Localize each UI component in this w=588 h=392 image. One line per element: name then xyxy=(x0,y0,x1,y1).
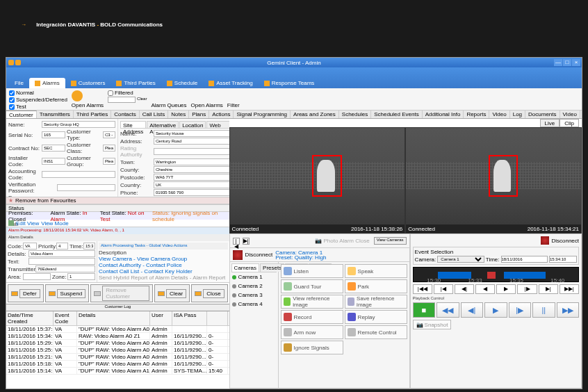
timeline[interactable]: 15:3015:3315:3515:40 xyxy=(413,267,579,282)
subtab-plans[interactable]: Plans xyxy=(189,111,209,118)
subtab-video[interactable]: Video xyxy=(489,111,509,118)
play-button[interactable]: ▶▶ xyxy=(557,302,579,318)
camera-item[interactable]: Camera 1 xyxy=(231,272,277,281)
ribbon-tab-schedule[interactable]: Schedule xyxy=(161,78,203,88)
postcode-field[interactable] xyxy=(154,174,229,181)
live-tab[interactable]: Live xyxy=(540,119,560,127)
task-contact-authority[interactable]: Contact Authority - Contact Police xyxy=(99,262,228,268)
guard-tour-button[interactable]: Guard Tour xyxy=(281,279,343,293)
view-cameras-button[interactable]: View Cameras xyxy=(374,237,407,245)
speak-button[interactable]: Speak xyxy=(345,264,407,278)
prev-frame-button[interactable]: |◀ xyxy=(233,238,240,245)
subtab-documents[interactable]: Documents xyxy=(525,111,560,118)
ignore-signals-button[interactable]: Ignore Signals xyxy=(281,341,343,354)
subtab-contacts[interactable]: Contacts xyxy=(111,111,140,118)
close-alarm-button[interactable]: Close xyxy=(191,284,227,302)
log-col-header[interactable]: ISA Pass xyxy=(172,311,207,325)
nav-button[interactable]: |◀ xyxy=(434,284,453,294)
transmitter-field[interactable] xyxy=(35,266,95,272)
subtab-areas-and-zones[interactable]: Areas and Zones xyxy=(291,111,339,118)
log-row[interactable]: 18/11/2016 15:18:15VA"DUP" RAW: Video Al… xyxy=(6,361,229,368)
pb-cam-select[interactable]: Camera 1 xyxy=(437,256,484,263)
filter-normal[interactable]: Normal xyxy=(9,90,67,96)
edit-view-button[interactable]: Edit View xyxy=(16,220,39,227)
listen-button[interactable]: Listen xyxy=(281,264,343,278)
priority-field[interactable] xyxy=(56,243,68,250)
subtab-reports[interactable]: Reports xyxy=(464,111,489,118)
task-contact-call-list[interactable]: Contact Call List - Contact Key Holder xyxy=(99,268,228,275)
ribbon-tab-response-teams[interactable]: Response Teams xyxy=(259,78,320,88)
clear-button[interactable]: Clear xyxy=(154,284,190,302)
cclass-field[interactable] xyxy=(103,145,115,152)
acct-field[interactable] xyxy=(42,171,115,178)
log-row[interactable]: 18/11/2016 15:25:40VA"DUP" RAW: Video Al… xyxy=(6,347,229,354)
addr-tab[interactable]: Location Details xyxy=(179,121,206,128)
ribbon-file[interactable]: File xyxy=(9,78,29,88)
code-field[interactable] xyxy=(23,243,37,250)
play-button[interactable]: || xyxy=(532,302,555,318)
remote-control-button[interactable]: Remote Control xyxy=(345,325,407,339)
filter-filtered[interactable]: Filtered xyxy=(108,90,147,96)
maximize-button[interactable]: □ xyxy=(563,59,571,66)
arm-now-button[interactable]: Arm now xyxy=(281,325,343,339)
log-row[interactable]: 18/11/2016 15:14:18VA"DUP" RAW: Video Al… xyxy=(6,368,229,375)
subtab-schedules[interactable]: Schedules xyxy=(339,111,371,118)
time-field[interactable] xyxy=(83,243,95,250)
cgroup-field[interactable] xyxy=(103,158,115,165)
details-field[interactable] xyxy=(28,250,95,257)
area-field[interactable] xyxy=(23,273,51,280)
ribbon-tab-third-parties[interactable]: Third Parties xyxy=(111,78,161,88)
subtab-customer[interactable]: Customer xyxy=(6,111,37,118)
subtab-signal-programming[interactable]: Signal Programming xyxy=(234,111,290,118)
play-button[interactable]: ◀| xyxy=(461,302,483,318)
filter-input[interactable] xyxy=(108,97,136,103)
serial-field[interactable] xyxy=(42,131,65,138)
camera-item[interactable]: Camera 3 xyxy=(231,291,277,300)
log-row[interactable]: 18/11/2016 15:37:37VA"DUP" RAW: Video Al… xyxy=(6,326,229,333)
nav-button[interactable]: |◀◀ xyxy=(413,284,432,294)
log-col-header[interactable]: Date/Time Created xyxy=(6,311,54,325)
town-field[interactable] xyxy=(154,158,229,165)
view-mode-button[interactable]: View Mode xyxy=(41,220,68,227)
camera-item[interactable]: Camera 4 xyxy=(231,300,277,309)
subtab-video[interactable]: Video xyxy=(560,111,580,118)
ribbon-tab-customers[interactable]: Customers xyxy=(65,78,111,88)
play-button[interactable]: ■ xyxy=(413,302,435,318)
text-field[interactable] xyxy=(28,258,95,265)
play-button[interactable]: |▶ xyxy=(509,302,531,318)
video-pane-clip[interactable]: Connected2016-11-18 15:34:21 xyxy=(405,127,582,234)
addr-tab[interactable]: Site Address xyxy=(120,121,146,128)
record-button[interactable]: Record xyxy=(281,310,343,324)
name-field[interactable] xyxy=(42,121,115,128)
subtab-log[interactable]: Log xyxy=(510,111,525,118)
log-col-header[interactable]: Event Code xyxy=(54,311,77,325)
clip-tab[interactable]: Clip xyxy=(560,119,579,127)
camera-item[interactable]: Camera 2 xyxy=(231,281,277,291)
suspend-button[interactable]: Suspend xyxy=(45,284,90,302)
addr-field[interactable] xyxy=(154,138,229,145)
nav-button[interactable]: ▶▶| xyxy=(560,284,579,294)
addr-name-field[interactable] xyxy=(154,130,229,137)
disconnect-button[interactable]: Disconnect xyxy=(245,252,273,258)
minimize-button[interactable]: — xyxy=(554,59,562,66)
ribbon-tab-asset-tracking[interactable]: Asset Tracking xyxy=(203,78,258,88)
defer-button[interactable]: Defer xyxy=(8,284,44,302)
replay-button[interactable]: Replay xyxy=(345,310,407,324)
subtab-transmitters[interactable]: Transmitters xyxy=(37,111,74,118)
installer-field[interactable] xyxy=(42,158,65,165)
log-col-header[interactable]: User xyxy=(150,311,172,325)
nav-button[interactable]: ◀ xyxy=(475,284,495,294)
verpw-field[interactable] xyxy=(57,184,115,191)
country-field[interactable] xyxy=(154,181,229,188)
save-reference-image-button[interactable]: Save reference image xyxy=(345,295,407,309)
remove-favourites-button[interactable]: Remove from Favourites xyxy=(15,197,76,204)
log-col-header[interactable] xyxy=(207,311,228,325)
phone-field[interactable] xyxy=(154,189,229,196)
subtab-third-parties[interactable]: Third Parties xyxy=(74,111,111,118)
cam-tab[interactable]: Cameras xyxy=(231,263,259,272)
nav-button[interactable]: ▶ xyxy=(496,284,516,294)
filter-suspended[interactable]: Suspended/Deferred xyxy=(9,97,67,103)
nav-button[interactable]: ◀| xyxy=(455,284,474,294)
ctype-field[interactable] xyxy=(103,131,115,138)
park-button[interactable]: Park xyxy=(345,279,407,293)
